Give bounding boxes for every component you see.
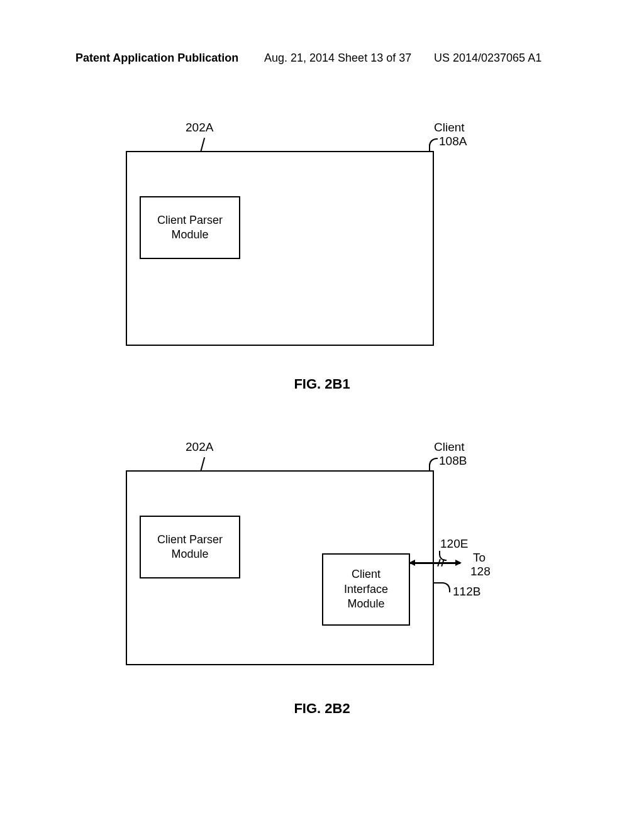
parser-text-line1: Client Parser [157, 213, 223, 228]
client-label: Client [434, 121, 465, 135]
parser-text-line2: Module [171, 547, 208, 562]
iface-text-line3: Module [347, 597, 384, 611]
iface-text-line1: Client [352, 567, 380, 582]
date-sheet-label: Aug. 21, 2014 Sheet 13 of 37 [264, 52, 411, 65]
to-128-label: 128 [470, 565, 491, 578]
parser-text-line2: Module [171, 228, 208, 242]
client-parser-module-box: Client Parser Module [140, 516, 240, 578]
figure-2b2-caption: FIG. 2B2 [0, 700, 644, 717]
client-interface-module-box: Client Interface Module [322, 553, 410, 626]
client-ref-108b: 108B [439, 454, 467, 468]
link-arrow [410, 562, 460, 564]
iface-text-line2: Interface [344, 582, 388, 597]
pub-number-label: US 2014/0237065 A1 [434, 52, 541, 65]
client-label: Client [434, 440, 465, 454]
ref-112b: 112B [453, 585, 480, 599]
ref-120e: 120E [440, 537, 468, 551]
figure-2b1-caption: FIG. 2B1 [0, 376, 644, 392]
leader-112b [434, 582, 450, 592]
parser-text-line1: Client Parser [157, 533, 223, 547]
client-outer-box: Client Parser Module [126, 151, 434, 346]
client-parser-module-box: Client Parser Module [140, 196, 240, 259]
publication-label: Patent Application Publication [75, 52, 238, 65]
figure-2b2: Client 108B 202A Client Parser Module Cl… [126, 445, 453, 665]
figure-2b1: Client 108A 202A Client Parser Module [126, 126, 453, 346]
leader-108b [429, 458, 438, 472]
client-outer-box: Client Parser Module Client Interface Mo… [126, 470, 434, 665]
client-ref-108a: 108A [439, 135, 467, 148]
to-label: To [473, 551, 486, 565]
leader-108a [429, 138, 438, 152]
parser-ref-202a: 202A [186, 440, 213, 454]
parser-ref-202a: 202A [186, 121, 213, 135]
